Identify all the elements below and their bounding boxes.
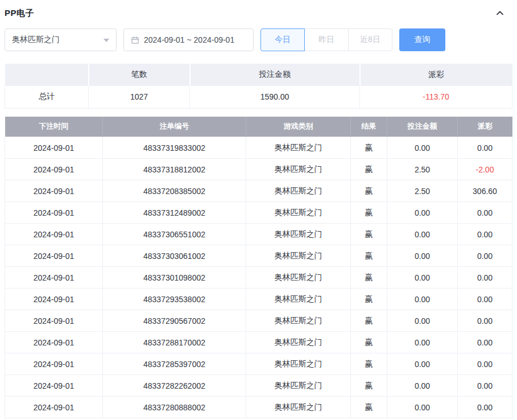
panel-title: PP电子 — [5, 8, 34, 19]
cell-result: 赢 — [351, 267, 387, 289]
cell-game-type: 奥林匹斯之门 — [246, 180, 351, 202]
cell-bet-id: 48337306551002 — [103, 224, 246, 245]
pp-games-panel: PP电子 奥林匹斯之门 2024-09-01 ~ 2024-09-01 今日 昨… — [0, 0, 517, 418]
summary-header-bet-amount: 投注金额 — [190, 64, 360, 85]
today-button[interactable]: 今日 — [260, 28, 305, 51]
table-row: 2024-09-0148337318812002奥林匹斯之门赢2.50-2.00 — [5, 159, 512, 180]
game-select[interactable]: 奥林匹斯之门 — [5, 28, 117, 51]
table-row: 2024-09-0148337285397002奥林匹斯之门赢0.000.00 — [5, 353, 512, 375]
bet-records-table: 下注时间注单编号游戏类别结果投注金额派彩 2024-09-01483373198… — [5, 117, 512, 419]
cell-result: 赢 — [351, 224, 387, 245]
col-header-bet-id: 注单编号 — [103, 117, 246, 137]
cell-bet-amount: 0.00 — [387, 353, 458, 375]
cell-bet-amount: 2.50 — [387, 159, 458, 180]
cell-payout: 0.00 — [458, 289, 512, 310]
cell-game-type: 奥林匹斯之门 — [246, 137, 351, 159]
cell-bet-time: 2024-09-01 — [5, 159, 103, 180]
cell-result: 赢 — [351, 289, 387, 310]
cell-bet-time: 2024-09-01 — [5, 224, 103, 245]
cell-bet-id: 48337312489002 — [103, 202, 246, 224]
cell-bet-amount: 0.00 — [387, 267, 458, 289]
cell-game-type: 奥林匹斯之门 — [246, 245, 351, 267]
cell-bet-time: 2024-09-01 — [5, 180, 103, 202]
table-row: 2024-09-0148337306551002奥林匹斯之门赢0.000.00 — [5, 224, 512, 245]
query-button[interactable]: 查询 — [399, 28, 445, 51]
cell-bet-time: 2024-09-01 — [5, 310, 103, 332]
collapse-button[interactable] — [494, 7, 506, 19]
summary-total-row: 总计 1027 1590.00 -113.70 — [5, 85, 512, 108]
cell-bet-time: 2024-09-01 — [5, 397, 103, 418]
col-header-bet-time: 下注时间 — [5, 117, 103, 137]
cell-game-type: 奥林匹斯之门 — [246, 397, 351, 418]
cell-payout: 0.00 — [458, 332, 512, 353]
cell-result: 赢 — [351, 332, 387, 353]
table-row: 2024-09-0148337282262002奥林匹斯之门赢0.000.00 — [5, 375, 512, 397]
summary-header-empty — [5, 64, 89, 85]
cell-payout: 0.00 — [458, 224, 512, 245]
cell-bet-id: 48337282262002 — [103, 375, 246, 397]
table-row: 2024-09-0148337319833002奥林匹斯之门赢0.000.00 — [5, 137, 512, 159]
cell-bet-amount: 0.00 — [387, 397, 458, 418]
date-range-value: 2024-09-01 ~ 2024-09-01 — [144, 35, 234, 44]
table-row: 2024-09-0148337208385002奥林匹斯之门赢2.50306.6… — [5, 180, 512, 202]
cell-result: 赢 — [351, 375, 387, 397]
cell-bet-amount: 0.00 — [387, 332, 458, 353]
cell-result: 赢 — [351, 353, 387, 375]
cell-bet-time: 2024-09-01 — [5, 137, 103, 159]
cell-bet-amount: 0.00 — [387, 375, 458, 397]
summary-header-payout: 派彩 — [360, 64, 512, 85]
yesterday-button[interactable]: 昨日 — [304, 28, 349, 51]
table-row: 2024-09-0148337303061002奥林匹斯之门赢0.000.00 — [5, 245, 512, 267]
summary-header-count: 笔数 — [89, 64, 190, 85]
calendar-icon — [131, 36, 139, 44]
last-8-days-button[interactable]: 近8日 — [348, 28, 392, 51]
cell-result: 赢 — [351, 310, 387, 332]
cell-bet-id: 48337293538002 — [103, 289, 246, 310]
cell-payout: 0.00 — [458, 375, 512, 397]
cell-bet-amount: 0.00 — [387, 202, 458, 224]
cell-payout: 0.00 — [458, 267, 512, 289]
cell-game-type: 奥林匹斯之门 — [246, 267, 351, 289]
table-row: 2024-09-0148337290567002奥林匹斯之门赢0.000.00 — [5, 310, 512, 332]
date-range-picker[interactable]: 2024-09-01 ~ 2024-09-01 — [123, 28, 254, 51]
summary-total-label: 总计 — [5, 85, 89, 108]
cell-bet-time: 2024-09-01 — [5, 353, 103, 375]
cell-bet-time: 2024-09-01 — [5, 289, 103, 310]
table-row: 2024-09-0148337280888002奥林匹斯之门赢0.000.00 — [5, 397, 512, 418]
cell-game-type: 奥林匹斯之门 — [246, 224, 351, 245]
table-row: 2024-09-0148337312489002奥林匹斯之门赢0.000.00 — [5, 202, 512, 224]
game-select-value: 奥林匹斯之门 — [12, 35, 60, 45]
table-row: 2024-09-0148337288170002奥林匹斯之门赢0.000.00 — [5, 332, 512, 353]
cell-bet-amount: 2.50 — [387, 180, 458, 202]
cell-payout: 0.00 — [458, 202, 512, 224]
cell-result: 赢 — [351, 202, 387, 224]
cell-bet-id: 48337290567002 — [103, 310, 246, 332]
cell-payout: -2.00 — [458, 159, 512, 180]
summary-header-row: 笔数 投注金额 派彩 — [5, 64, 512, 85]
cell-result: 赢 — [351, 397, 387, 418]
cell-result: 赢 — [351, 180, 387, 202]
cell-game-type: 奥林匹斯之门 — [246, 332, 351, 353]
chevron-down-icon — [104, 39, 109, 42]
cell-game-type: 奥林匹斯之门 — [246, 353, 351, 375]
table-row: 2024-09-0148337293538002奥林匹斯之门赢0.000.00 — [5, 289, 512, 310]
col-header-result: 结果 — [351, 117, 387, 137]
cell-bet-id: 48337303061002 — [103, 245, 246, 267]
cell-bet-amount: 0.00 — [387, 310, 458, 332]
chevron-up-icon — [495, 9, 504, 18]
table-row: 2024-09-0148337301098002奥林匹斯之门赢0.000.00 — [5, 267, 512, 289]
summary-total-count: 1027 — [89, 85, 190, 108]
cell-bet-id: 48337318812002 — [103, 159, 246, 180]
cell-payout: 0.00 — [458, 353, 512, 375]
cell-bet-id: 48337280888002 — [103, 397, 246, 418]
cell-result: 赢 — [351, 137, 387, 159]
summary-total-bet-amount: 1590.00 — [190, 85, 360, 108]
col-header-game-type: 游戏类别 — [246, 117, 351, 137]
panel-header: PP电子 — [5, 6, 512, 19]
col-header-bet-amount: 投注金额 — [387, 117, 458, 137]
filter-row: 奥林匹斯之门 2024-09-01 ~ 2024-09-01 今日 昨日 近8日… — [5, 28, 512, 51]
cell-game-type: 奥林匹斯之门 — [246, 310, 351, 332]
cell-game-type: 奥林匹斯之门 — [246, 375, 351, 397]
cell-payout: 0.00 — [458, 310, 512, 332]
cell-bet-time: 2024-09-01 — [5, 332, 103, 353]
